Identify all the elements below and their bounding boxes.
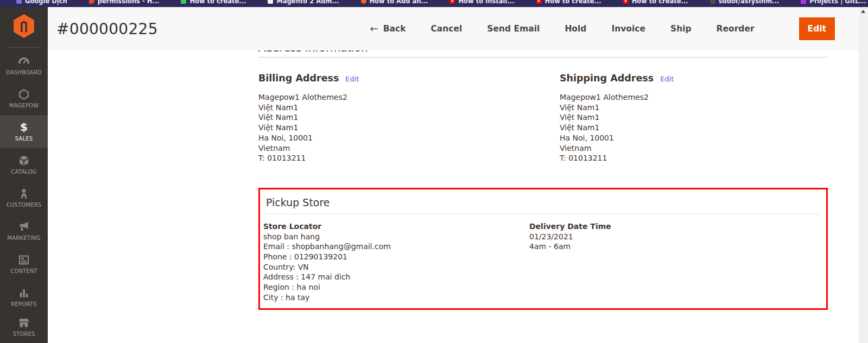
store-line: Email : shopbanhang@gmail.com (263, 242, 529, 252)
edit-button[interactable]: Edit (799, 17, 835, 40)
delivery-line: 4am - 6am (529, 242, 820, 252)
bookmark-label: How to Install... (458, 0, 514, 5)
avatar-icon (710, 0, 715, 4)
reorder-button[interactable]: Reorder (717, 24, 755, 34)
cancel-button[interactable]: Cancel (430, 24, 462, 34)
bookmark-label: How to create... (189, 0, 246, 5)
header-actions: ←Back Cancel Send Email Hold Invoice Shi… (370, 17, 835, 40)
stores-icon (18, 317, 30, 329)
store-locator-block: Store Locator shop ban hang Email : shop… (263, 221, 529, 303)
bookmark-item[interactable]: How to Add an... (361, 0, 428, 5)
page-title: #000000225 (56, 20, 158, 38)
content-icon (18, 254, 30, 266)
shipping-address-lines: Magepow1 Alothemes2 Việt Nam1 Việt Nam1 … (560, 92, 828, 163)
delivery-date-title: Delivery Date Time (529, 221, 820, 232)
store-line: shop ban hang (263, 232, 529, 242)
invoice-button[interactable]: Invoice (611, 24, 645, 34)
shipping-edit-link[interactable]: Edit (660, 75, 674, 83)
bookmark-label: Projects | GitL... (809, 0, 866, 5)
address-line: Vietnam (560, 143, 828, 154)
order-page-header: #000000225 ←Back Cancel Send Email Hold … (48, 7, 859, 50)
sidebar-item-dashboard[interactable]: DASHBOARD (0, 49, 48, 82)
bookmark-item[interactable]: Magento 2 Adm... (268, 0, 339, 5)
billing-address-header: Billing Address Edit (258, 73, 560, 84)
bookmark-label: Magento 2 Adm... (276, 0, 339, 5)
address-line: Việt Nam1 (560, 123, 828, 133)
bookmark-item[interactable]: Projects | GitL... (801, 0, 866, 5)
sidebar-item-stores[interactable]: STORES (0, 314, 48, 342)
billing-address-title: Billing Address (258, 73, 339, 84)
shipping-address-block: Shipping Address Edit Magepow1 Alothemes… (560, 73, 828, 163)
magepow-icon (18, 88, 30, 100)
address-columns: Billing Address Edit Magepow1 Alothemes2… (258, 73, 828, 163)
flame-icon (89, 0, 94, 4)
bookmark-label: How to Add an... (370, 0, 428, 5)
store-line: Region : ha noi (263, 282, 529, 293)
page-scrollbar[interactable] (859, 7, 868, 343)
browser-bookmarks-bar: Google Dịch permissions - H... How to cr… (0, 0, 868, 7)
address-line: Magepow1 Alothemes2 (560, 92, 828, 103)
address-line: Việt Nam1 (258, 103, 560, 113)
shipping-address-title: Shipping Address (560, 73, 654, 84)
bookmark-item[interactable]: How to create... (623, 0, 688, 5)
bookmark-label: permissions - H... (98, 0, 160, 5)
address-line: Ha Noi, 10001 (560, 133, 828, 143)
sidebar-item-label: DASHBOARD (6, 69, 42, 75)
send-email-button[interactable]: Send Email (487, 24, 540, 34)
sidebar-item-marketing[interactable]: MARKETING (0, 214, 48, 247)
billing-edit-link[interactable]: Edit (345, 75, 359, 83)
hold-button[interactable]: Hold (565, 24, 586, 34)
customers-icon (18, 188, 30, 200)
bookmark-item[interactable]: sddof/asfyslnm... (710, 0, 780, 5)
youtube-icon (623, 0, 629, 4)
billing-address-block: Billing Address Edit Magepow1 Alothemes2… (258, 73, 560, 163)
admin-sidebar: DASHBOARD MAGEPOW $ SALES CATALOG CUSTOM… (0, 7, 48, 343)
store-line: Phone : 01290139201 (263, 252, 529, 262)
sidebar-item-sales[interactable]: $ SALES (0, 115, 48, 148)
sidebar-item-customers[interactable]: CUSTOMERS (0, 181, 48, 214)
translate-icon (16, 0, 22, 4)
delivery-date-block: Delivery Date Time 01/23/2021 4am - 6am (529, 221, 820, 303)
billing-address-lines: Magepow1 Alothemes2 Việt Nam1 Việt Nam1 … (258, 92, 560, 163)
sidebar-item-magepow[interactable]: MAGEPOW (0, 82, 48, 115)
delivery-date-lines: 01/23/2021 4am - 6am (529, 232, 820, 252)
address-line: T: 01013211 (258, 153, 560, 163)
gitlab-icon (801, 0, 806, 4)
sidebar-item-catalog[interactable]: CATALOG (0, 148, 48, 181)
bookmark-item[interactable]: How to Install... (449, 0, 514, 5)
pickup-store-title: Pickup Store (263, 193, 820, 214)
youtube-icon (449, 0, 455, 4)
scroll-up-arrow-icon[interactable] (861, 10, 865, 13)
bookmarks-row: Google Dịch permissions - H... How to cr… (0, 0, 868, 5)
sales-icon: $ (18, 122, 30, 134)
bookmark-item[interactable]: How to create... (181, 0, 246, 5)
sidebar-menu: DASHBOARD MAGEPOW $ SALES CATALOG CUSTOM… (0, 49, 48, 342)
bookmark-label: How to create... (545, 0, 601, 5)
sidebar-divider (8, 47, 40, 48)
bookmark-item[interactable]: How to create... (536, 0, 601, 5)
sidebar-item-label: CONTENT (10, 268, 37, 274)
address-line: Việt Nam1 (258, 112, 560, 123)
back-button[interactable]: ←Back (370, 24, 406, 34)
address-line: Việt Nam1 (560, 103, 828, 113)
sidebar-item-label: MARKETING (7, 235, 40, 241)
bookmark-label: How to create... (632, 0, 688, 5)
sidebar-item-label: SALES (15, 136, 33, 142)
ship-button[interactable]: Ship (670, 24, 692, 34)
store-line: Address : 147 mai dich (263, 272, 529, 282)
back-label: Back (383, 24, 406, 34)
pickup-store-section: Pickup Store Store Locator shop ban hang… (258, 188, 828, 310)
bookmark-item[interactable]: Google Dịch (16, 0, 67, 5)
reports-icon (18, 287, 30, 299)
bookmark-item[interactable]: permissions - H... (89, 0, 160, 5)
store-line: City : ha tay (263, 293, 529, 303)
address-line: Việt Nam1 (258, 123, 560, 133)
sidebar-item-content[interactable]: CONTENT (0, 247, 48, 281)
sidebar-item-label: CATALOG (11, 169, 36, 175)
sidebar-item-reports[interactable]: REPORTS (0, 281, 48, 314)
catalog-icon (18, 155, 30, 167)
magento-logo-icon (14, 14, 34, 38)
green-app-icon (181, 0, 186, 4)
sidebar-item-label: MAGEPOW (9, 103, 39, 109)
magento-logo[interactable] (0, 7, 48, 41)
